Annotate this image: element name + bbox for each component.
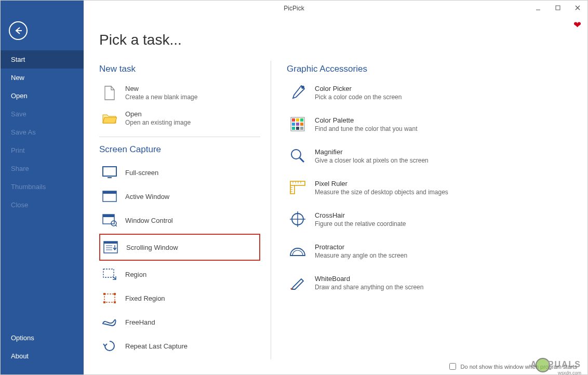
minimize-button[interactable] <box>528 1 548 15</box>
task-window-control-label: Window Control <box>125 217 173 224</box>
accessory-magnifier-desc: Give a closer look at pixels on the scre… <box>315 157 429 164</box>
sidebar-item-open[interactable]: Open <box>1 87 84 105</box>
accessory-color-palette[interactable]: Color Palette Find and tune the color th… <box>287 113 572 136</box>
pen-icon <box>289 275 306 290</box>
crosshair-icon <box>289 211 306 227</box>
svg-point-34 <box>291 150 301 159</box>
task-repeat-last[interactable]: Repeat Last Capture <box>99 336 260 356</box>
svg-rect-26 <box>296 118 299 122</box>
accessory-pixel-ruler-label: Pixel Ruler <box>315 180 448 188</box>
task-scrolling-window[interactable]: Scrolling Window <box>99 234 260 261</box>
svg-line-11 <box>115 225 117 226</box>
content-area: Pick a task... New task New Create a new… <box>84 16 587 375</box>
window-icon <box>101 189 118 204</box>
svg-rect-13 <box>104 242 117 244</box>
task-fullscreen-label: Full-screen <box>125 169 158 177</box>
watermark-sub: wsxdn.com <box>558 370 581 375</box>
accessory-magnifier-label: Magnifier <box>315 148 429 156</box>
accessory-color-picker[interactable]: Color Picker Pick a color code on the sc… <box>287 82 572 104</box>
repeat-icon <box>101 339 118 353</box>
accessories-heading: Graphic Accessories <box>287 64 572 74</box>
accessory-color-picker-label: Color Picker <box>315 85 402 92</box>
svg-rect-9 <box>103 215 114 217</box>
sidebar-item-new[interactable]: New <box>1 69 84 87</box>
accessory-color-palette-desc: Find and tune the color that you want <box>315 125 417 132</box>
task-active-window[interactable]: Active Window <box>99 186 260 207</box>
sidebar-item-about[interactable]: About <box>1 347 84 365</box>
accessory-color-palette-label: Color Palette <box>315 116 417 124</box>
accessory-magnifier[interactable]: Magnifier Give a closer look at pixels o… <box>287 145 572 167</box>
svg-rect-25 <box>292 118 295 122</box>
right-column: Graphic Accessories Color Picker Pick a … <box>271 61 572 359</box>
task-fullscreen[interactable]: Full-screen <box>99 162 260 183</box>
task-fixed-region-label: Fixed Region <box>125 294 165 302</box>
accessory-pixel-ruler-desc: Measure the size of desktop objects and … <box>315 189 448 196</box>
sidebar-item-close: Close <box>1 196 84 214</box>
accessory-whiteboard[interactable]: WhiteBoard Draw and share anything on th… <box>287 272 572 294</box>
svg-rect-7 <box>103 191 116 194</box>
svg-point-23 <box>301 86 304 89</box>
do-not-show-checkbox[interactable] <box>449 363 456 370</box>
maximize-button[interactable] <box>548 1 568 15</box>
monitor-icon <box>101 165 118 180</box>
eyedropper-icon <box>289 85 306 100</box>
protractor-icon <box>289 243 306 259</box>
close-button[interactable] <box>568 1 587 15</box>
task-active-window-label: Active Window <box>125 193 169 200</box>
accessory-protractor[interactable]: Protractor Measure any angle on the scre… <box>287 240 572 262</box>
fixed-region-icon <box>101 291 118 305</box>
new-task-heading: New task <box>99 64 260 74</box>
accessory-crosshair-label: CrossHair <box>315 211 406 219</box>
accessory-whiteboard-label: WhiteBoard <box>315 275 423 283</box>
open-folder-icon <box>101 111 118 126</box>
accessory-crosshair-desc: Figure out the relative coordinate <box>315 220 406 227</box>
task-new-label: New <box>125 85 197 92</box>
task-region-label: Region <box>125 271 146 278</box>
svg-line-35 <box>300 158 304 162</box>
app-title: PicPick <box>1 5 587 12</box>
page-title: Pick a task... <box>99 32 572 48</box>
accessory-pixel-ruler[interactable]: Pixel Ruler Measure the size of desktop … <box>287 177 572 199</box>
maximize-icon <box>555 5 561 11</box>
new-file-icon <box>101 86 118 100</box>
minimize-icon <box>535 5 541 11</box>
scrolling-window-icon <box>102 240 119 255</box>
svg-rect-20 <box>114 293 116 295</box>
palette-icon <box>289 116 306 132</box>
svg-rect-4 <box>103 167 116 176</box>
task-repeat-label: Repeat Last Capture <box>125 342 188 350</box>
accessory-whiteboard-desc: Draw and share anything on the screen <box>315 284 423 291</box>
accessory-crosshair[interactable]: CrossHair Figure out the relative coordi… <box>287 208 572 231</box>
ruler-icon <box>289 180 306 195</box>
sidebar: Start New Open Save Save As Print Share … <box>1 16 84 375</box>
task-new[interactable]: New Create a new blank image <box>99 82 260 104</box>
svg-rect-17 <box>103 269 114 277</box>
accessory-protractor-desc: Measure any angle on the screen <box>315 252 407 259</box>
svg-rect-18 <box>104 294 115 302</box>
task-open[interactable]: Open Open an existing image <box>99 107 260 129</box>
svg-rect-1 <box>556 6 560 10</box>
task-open-label: Open <box>125 110 191 118</box>
task-region[interactable]: Region <box>99 264 260 285</box>
sidebar-item-save: Save <box>1 105 84 123</box>
task-freehand[interactable]: FreeHand <box>99 312 260 332</box>
svg-rect-29 <box>296 123 299 126</box>
left-column: New task New Create a new blank image <box>99 61 271 359</box>
sidebar-item-start[interactable]: Start <box>1 50 84 69</box>
sidebar-item-save-as: Save As <box>1 123 84 141</box>
task-fixed-region[interactable]: Fixed Region <box>99 288 260 309</box>
back-arrow-icon <box>14 26 23 35</box>
back-button[interactable] <box>9 21 28 40</box>
svg-rect-27 <box>300 118 303 122</box>
window-control-icon <box>101 213 118 227</box>
task-window-control[interactable]: Window Control <box>99 210 260 231</box>
region-icon <box>101 267 118 282</box>
sidebar-item-options[interactable]: Options <box>1 329 84 347</box>
close-icon <box>574 5 581 11</box>
accessory-color-picker-desc: Pick a color code on the screen <box>315 93 402 101</box>
task-scrolling-window-label: Scrolling Window <box>126 244 178 251</box>
svg-rect-33 <box>300 127 303 130</box>
section-divider <box>99 137 260 137</box>
svg-rect-31 <box>292 127 295 130</box>
sidebar-item-print: Print <box>1 141 84 159</box>
